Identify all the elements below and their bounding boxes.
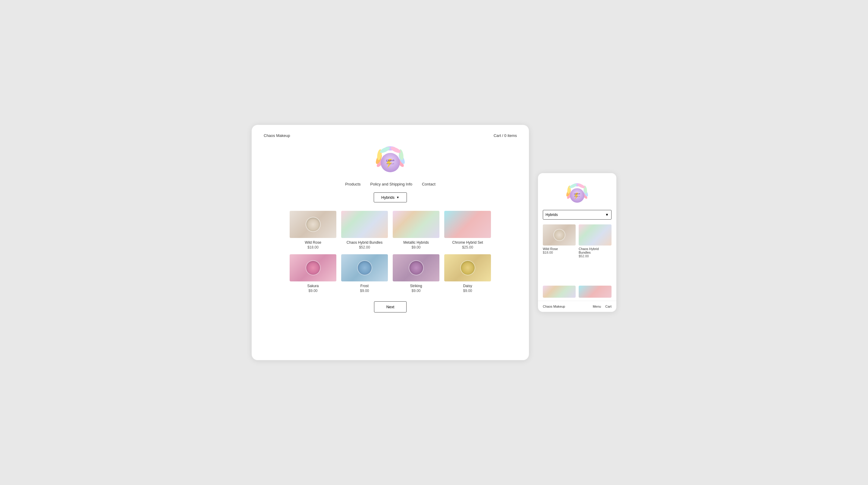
mobile-product-name-m-wild-rose: Wild Rose — [543, 247, 576, 251]
mobile-cart-button[interactable]: Cart — [605, 305, 612, 308]
product-card-sakura[interactable]: Sakura$9.00 — [290, 254, 336, 293]
product-name-frost: Frost — [361, 284, 369, 288]
mobile-partial-img-1 — [543, 286, 576, 298]
product-price-sakura: $9.00 — [308, 289, 317, 293]
filter-label: Hybrids — [381, 195, 395, 200]
product-img-daisy — [444, 254, 491, 281]
product-name-chaos-bundles: Chaos Hybrid Bundles — [347, 240, 382, 245]
filter-button[interactable]: Hybrids ▼ — [374, 193, 407, 202]
product-price-striking: $9.00 — [411, 289, 421, 293]
product-name-striking: Striking — [410, 284, 422, 288]
svg-text:MAKEUP: MAKEUP — [386, 163, 394, 165]
nav-policy[interactable]: Policy and Shipping Info — [370, 182, 412, 187]
chaos-logo: Chaos MAKEUP — [372, 141, 408, 177]
product-img-chrome-set — [444, 211, 491, 238]
desktop-header: Chaos Makeup Cart / 0 items — [252, 125, 529, 138]
product-name-metallic: Metallic Hybrids — [403, 240, 429, 245]
mobile-product-name-m-chaos-bundles: Chaos Hybrid Bundles — [579, 247, 612, 254]
product-name-daisy: Daisy — [463, 284, 472, 288]
product-price-metallic: $9.00 — [411, 245, 421, 250]
product-price-wild-rose: $18.00 — [307, 245, 318, 250]
product-price-frost: $9.00 — [360, 289, 369, 293]
mobile-product-img-m-wild-rose — [543, 224, 576, 246]
mobile-filter-button[interactable]: Hybrids ▼ — [543, 210, 612, 220]
mobile-footer-nav: Menu Cart — [593, 305, 612, 308]
desktop-cart[interactable]: Cart / 0 items — [494, 133, 517, 138]
mobile-filter-arrow-icon: ▼ — [605, 212, 609, 217]
product-name-wild-rose: Wild Rose — [305, 240, 321, 245]
next-button[interactable]: Next — [374, 301, 407, 312]
mobile-product-card-m-chaos-bundles[interactable]: Chaos Hybrid Bundles$52.00 — [579, 224, 612, 280]
mobile-filter-label: Hybrids — [546, 212, 558, 217]
product-card-chaos-bundles[interactable]: Chaos Hybrid Bundles$52.00 — [341, 211, 388, 250]
product-card-daisy[interactable]: Daisy$9.00 — [444, 254, 491, 293]
product-card-frost[interactable]: Frost$9.00 — [341, 254, 388, 293]
desktop-brand: Chaos Makeup — [264, 133, 290, 138]
mobile-products-grid: Wild Rose$18.00Chaos Hybrid Bundles$52.0… — [538, 224, 616, 280]
mobile-chaos-logo: Chaos MAKEUP — [564, 179, 591, 206]
mobile-browser-panel: Chaos MAKEUP Hybrids ▼ Wild Rose$18.00Ch… — [538, 173, 616, 312]
products-grid: Wild Rose$18.00Chaos Hybrid Bundles$52.0… — [290, 211, 491, 293]
nav-products[interactable]: Products — [345, 182, 361, 187]
svg-text:MAKEUP: MAKEUP — [574, 196, 580, 197]
product-price-chrome-set: $25.00 — [462, 245, 473, 250]
product-img-striking — [393, 254, 439, 281]
product-img-wild-rose — [290, 211, 336, 238]
desktop-nav: Products Policy and Shipping Info Contac… — [345, 182, 435, 187]
product-price-daisy: $9.00 — [463, 289, 472, 293]
nav-contact[interactable]: Contact — [422, 182, 435, 187]
product-img-chaos-bundles — [341, 211, 388, 238]
desktop-browser-panel: Chaos Makeup Cart / 0 items — [252, 125, 529, 360]
product-img-metallic — [393, 211, 439, 238]
filter-arrow-icon: ▼ — [396, 196, 399, 199]
product-price-chaos-bundles: $52.00 — [359, 245, 370, 250]
mobile-menu-button[interactable]: Menu — [593, 305, 601, 308]
product-img-sakura — [290, 254, 336, 281]
mobile-product-price-m-chaos-bundles: $52.00 — [579, 254, 612, 258]
mobile-product-card-m-wild-rose[interactable]: Wild Rose$18.00 — [543, 224, 576, 280]
product-name-chrome-set: Chrome Hybrid Set — [452, 240, 483, 245]
product-card-wild-rose[interactable]: Wild Rose$18.00 — [290, 211, 336, 250]
mobile-product-price-m-wild-rose: $18.00 — [543, 251, 576, 254]
product-card-striking[interactable]: Striking$9.00 — [393, 254, 439, 293]
product-card-metallic[interactable]: Metallic Hybrids$9.00 — [393, 211, 439, 250]
logo-container: Chaos MAKEUP — [372, 141, 408, 177]
product-card-chrome-set[interactable]: Chrome Hybrid Set$25.00 — [444, 211, 491, 250]
mobile-product-img-m-chaos-bundles — [579, 224, 612, 246]
product-name-sakura: Sakura — [307, 284, 318, 288]
mobile-partial-row — [538, 280, 616, 298]
mobile-footer-brand: Chaos Makeup — [543, 305, 565, 308]
mobile-footer: Chaos Makeup Menu Cart — [538, 301, 616, 312]
mobile-partial-img-2 — [579, 286, 612, 298]
product-img-frost — [341, 254, 388, 281]
mobile-logo-area: Chaos MAKEUP — [538, 173, 616, 210]
